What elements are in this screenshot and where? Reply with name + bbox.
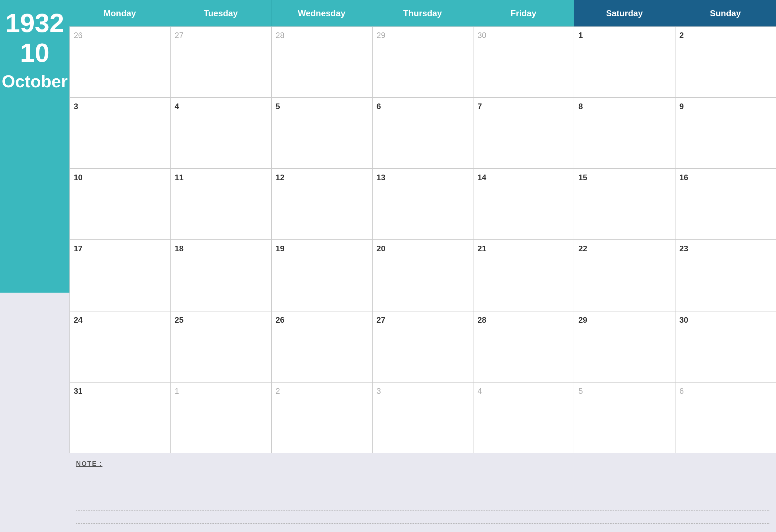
cell-number: 12 <box>276 173 368 182</box>
sidebar-month: October <box>2 73 67 90</box>
calendar-cell: 26 <box>271 311 372 382</box>
calendar-cell: 27 <box>372 311 473 382</box>
cell-number: 17 <box>74 244 166 253</box>
cell-number: 28 <box>477 316 570 325</box>
calendar-cell: 3 <box>372 382 473 453</box>
cell-number: 3 <box>74 102 166 111</box>
sidebar-week-number: 10 <box>20 40 50 66</box>
cell-number: 9 <box>680 102 772 111</box>
main-content: MondayTuesdayWednesdayThursdayFridaySatu… <box>69 0 776 532</box>
calendar-cell: 13 <box>372 169 473 240</box>
note-line-1 <box>76 473 769 484</box>
calendar-cell: 1 <box>574 26 675 98</box>
cell-number: 15 <box>578 173 670 182</box>
calendar-cell: 29 <box>372 26 473 98</box>
cell-number: 27 <box>377 316 469 325</box>
cell-number: 3 <box>377 386 469 396</box>
cell-number: 30 <box>680 316 772 325</box>
cell-number: 1 <box>175 386 267 396</box>
cell-number: 13 <box>377 173 469 182</box>
calendar-cell: 19 <box>271 240 372 311</box>
calendar-cell: 21 <box>473 240 574 311</box>
calendar-container: 1932 10 October MondayTuesdayWednesdayTh… <box>0 0 776 532</box>
cell-number: 7 <box>477 102 570 111</box>
cell-number: 8 <box>578 102 670 111</box>
calendar-cell: 15 <box>574 169 675 240</box>
calendar-cell: 27 <box>170 26 271 98</box>
calendar-cell: 11 <box>170 169 271 240</box>
day-header-saturday: Saturday <box>574 0 675 26</box>
cell-number: 24 <box>74 316 166 325</box>
cell-number: 5 <box>578 386 670 396</box>
calendar-cell: 6 <box>372 98 473 169</box>
cell-number: 23 <box>680 244 772 253</box>
calendar-cell: 28 <box>271 26 372 98</box>
sidebar-year: 1932 <box>5 10 64 36</box>
cell-number: 20 <box>377 244 469 253</box>
cell-number: 10 <box>74 173 166 182</box>
calendar-cell: 30 <box>473 26 574 98</box>
calendar-cell: 29 <box>574 311 675 382</box>
cell-number: 6 <box>680 386 772 396</box>
cell-number: 21 <box>477 244 570 253</box>
calendar-cell: 4 <box>473 382 574 453</box>
cell-number: 11 <box>175 173 267 182</box>
note-line-2 <box>76 486 769 497</box>
cell-number: 16 <box>680 173 772 182</box>
cell-number: 29 <box>578 316 670 325</box>
calendar-cell: 5 <box>574 382 675 453</box>
calendar-cell: 24 <box>69 311 170 382</box>
calendar-cell: 7 <box>473 98 574 169</box>
cell-number: 22 <box>578 244 670 253</box>
cell-number: 2 <box>276 386 368 396</box>
day-header-friday: Friday <box>473 0 574 26</box>
day-header-thursday: Thursday <box>372 0 473 26</box>
calendar-cell: 3 <box>69 98 170 169</box>
note-line-3 <box>76 499 769 511</box>
note-line-4 <box>76 512 769 524</box>
calendar-cell: 8 <box>574 98 675 169</box>
cell-number: 5 <box>276 102 368 111</box>
cell-number: 6 <box>377 102 469 111</box>
day-headers: MondayTuesdayWednesdayThursdayFridaySatu… <box>69 0 776 26</box>
calendar-cell: 5 <box>271 98 372 169</box>
cell-number: 25 <box>175 316 267 325</box>
calendar-cell: 2 <box>271 382 372 453</box>
cell-number: 14 <box>477 173 570 182</box>
calendar-cell: 23 <box>675 240 776 311</box>
calendar-cell: 30 <box>675 311 776 382</box>
notes-section: NOTE : <box>69 453 776 532</box>
calendar-cell: 12 <box>271 169 372 240</box>
calendar-cell: 26 <box>69 26 170 98</box>
day-header-monday: Monday <box>69 0 170 26</box>
cell-number: 26 <box>74 31 166 40</box>
sidebar: 1932 10 October <box>0 0 69 532</box>
note-label: NOTE : <box>76 460 769 468</box>
calendar-cell: 31 <box>69 382 170 453</box>
calendar-cell: 18 <box>170 240 271 311</box>
calendar-cell: 4 <box>170 98 271 169</box>
day-header-tuesday: Tuesday <box>170 0 271 26</box>
calendar-cell: 9 <box>675 98 776 169</box>
calendar-cell: 20 <box>372 240 473 311</box>
cell-number: 29 <box>377 31 469 40</box>
calendar-cell: 22 <box>574 240 675 311</box>
cell-number: 27 <box>175 31 267 40</box>
calendar-cell: 2 <box>675 26 776 98</box>
cell-number: 19 <box>276 244 368 253</box>
calendar-cell: 1 <box>170 382 271 453</box>
cell-number: 1 <box>578 31 670 40</box>
cell-number: 2 <box>680 31 772 40</box>
cell-number: 31 <box>74 386 166 396</box>
cell-number: 18 <box>175 244 267 253</box>
calendar-cell: 10 <box>69 169 170 240</box>
calendar-grid: 2627282930123456789101112131415161718192… <box>69 26 776 453</box>
calendar-cell: 16 <box>675 169 776 240</box>
cell-number: 4 <box>175 102 267 111</box>
calendar-cell: 28 <box>473 311 574 382</box>
cell-number: 30 <box>477 31 570 40</box>
calendar-cell: 17 <box>69 240 170 311</box>
day-header-sunday: Sunday <box>675 0 776 26</box>
calendar-cell: 25 <box>170 311 271 382</box>
cell-number: 4 <box>477 386 570 396</box>
